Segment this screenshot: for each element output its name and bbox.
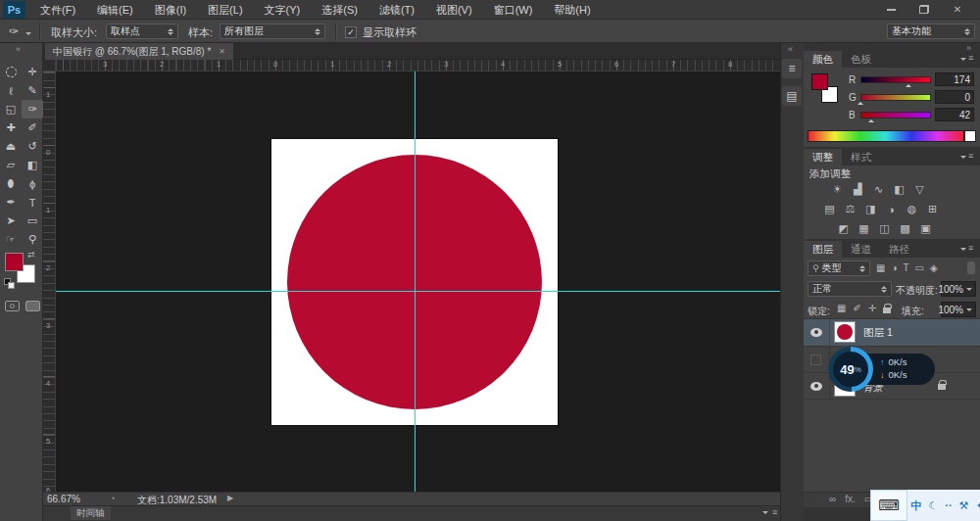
color-spectrum-ramp[interactable]	[808, 130, 964, 142]
restore-button[interactable]	[907, 0, 941, 19]
tab-color[interactable]: 颜色	[804, 51, 842, 68]
filter-smart-objects-icon[interactable]: ◈	[930, 262, 938, 273]
guide-vertical[interactable]	[415, 71, 416, 492]
history-brush-tool[interactable]: ↺	[22, 137, 43, 156]
layers-panel-menu-icon[interactable]	[960, 248, 966, 251]
link-layers-icon[interactable]: ∞	[829, 494, 836, 504]
workspace-dropdown[interactable]: 基本功能	[887, 24, 975, 39]
menu-window[interactable]: 窗口(W)	[483, 0, 544, 20]
crop-tool[interactable]: ◱	[0, 100, 22, 118]
channel-r-thumb[interactable]	[906, 84, 911, 87]
adjustments-panel-menu-icon[interactable]	[960, 156, 966, 159]
layer1-name[interactable]: 图层 1	[863, 326, 893, 340]
rectangle-tool[interactable]: ▭	[22, 212, 43, 230]
brightness-contrast-icon[interactable]: ☀	[829, 182, 846, 197]
adjustments-panel-menu-lines-icon[interactable]: ≡	[968, 151, 973, 161]
posterize-icon[interactable]: ▦	[856, 221, 872, 236]
ruler-corner[interactable]	[43, 60, 56, 71]
black-white-icon[interactable]: ◨	[862, 202, 879, 216]
layer-row-layer1[interactable]: 图层 1	[804, 319, 980, 346]
photo-filter-icon[interactable]: ◑	[883, 202, 900, 216]
timeline-menu-arrow-icon[interactable]	[762, 511, 768, 514]
exposure-icon[interactable]: ◧	[891, 182, 907, 197]
channel-b-thumb[interactable]	[868, 119, 874, 122]
layer1-thumbnail[interactable]	[834, 321, 856, 343]
vibrance-icon[interactable]: ▽	[911, 182, 928, 197]
path-selection-tool[interactable]: ➤	[0, 212, 22, 230]
move-tool[interactable]: ✛	[22, 63, 43, 81]
eyedropper-options-icon[interactable]: ✑	[9, 24, 19, 38]
clipped-tray-icon[interactable]: ✦	[975, 499, 980, 512]
tab-timeline[interactable]: 时间轴	[71, 506, 111, 520]
more-dots-icon[interactable]: ··	[945, 499, 952, 511]
menu-filter[interactable]: 滤镜(T)	[368, 0, 425, 20]
curves-icon[interactable]: ∿	[870, 182, 887, 197]
spectrum-white-swatch[interactable]	[964, 130, 976, 142]
sample-dropdown[interactable]: 所有图层	[220, 24, 325, 39]
quick-mask-button[interactable]	[5, 301, 20, 311]
lock-position-icon[interactable]: ✛	[868, 303, 876, 313]
elliptical-marquee-tool[interactable]	[0, 63, 22, 81]
quick-selection-tool[interactable]: ✎	[22, 81, 43, 100]
close-button[interactable]: ✕	[941, 0, 974, 19]
wrench-icon[interactable]: ⚒	[959, 499, 969, 512]
hue-saturation-icon[interactable]: ▤	[821, 202, 838, 216]
lock-image-pixels-icon[interactable]: ✐	[853, 303, 860, 313]
minimize-button[interactable]	[874, 0, 907, 19]
channel-b-value[interactable]: 42	[935, 108, 974, 121]
tab-layers[interactable]: 图层	[804, 241, 842, 258]
tab-channels[interactable]: 通道	[842, 241, 880, 258]
hidden-layer-visibility-box[interactable]	[810, 355, 821, 365]
menu-help[interactable]: 帮助(H)	[543, 0, 601, 20]
blur-tool[interactable]: ⬮	[0, 174, 22, 193]
channel-g-thumb[interactable]	[858, 102, 863, 105]
color-panel-menu-icon[interactable]	[960, 58, 966, 61]
tab-paths[interactable]: 路径	[880, 241, 918, 258]
layer-filter-type-dropdown[interactable]: ⚲类型	[808, 260, 870, 276]
selective-color-icon[interactable]: ▣	[917, 221, 934, 236]
channel-r-slider[interactable]	[860, 76, 931, 83]
ime-indicator[interactable]: 中	[910, 498, 921, 513]
foreground-color-swatch[interactable]	[5, 253, 24, 271]
sample-size-dropdown[interactable]: 取样点	[106, 24, 178, 39]
tool-preset-arrow-icon[interactable]	[25, 32, 31, 35]
zoom-tool[interactable]: ⚲	[22, 230, 43, 249]
opacity-field[interactable]: 100%	[941, 281, 976, 297]
spot-healing-brush-tool[interactable]: ✚	[0, 118, 22, 137]
threshold-icon[interactable]: ◫	[876, 221, 893, 236]
screen-mode-button[interactable]	[25, 301, 40, 311]
lasso-tool[interactable]: ℓ	[0, 81, 22, 100]
fill-field[interactable]: 100%	[941, 302, 976, 317]
filter-shape-layers-icon[interactable]: ▭	[915, 262, 924, 273]
menu-image[interactable]: 图像(I)	[144, 0, 197, 20]
color-balance-icon[interactable]: ⚖	[842, 202, 858, 216]
hand-tool[interactable]: ☞	[0, 230, 22, 249]
layer-style-fx-icon[interactable]: fx.	[845, 494, 856, 504]
layers-panel-menu-lines-icon[interactable]: ≡	[968, 243, 973, 253]
gradient-tool[interactable]: ◧	[22, 156, 43, 174]
timeline-menu-icon[interactable]: ≡	[772, 507, 777, 517]
moon-icon[interactable]: ☾	[928, 499, 938, 512]
layer1-visibility-eye-icon[interactable]	[810, 328, 822, 337]
document-tab[interactable]: 中国银行 @ 66.7%(图层 1, RGB/8) * ✕	[45, 43, 233, 60]
pen-tool[interactable]: ✒	[0, 193, 22, 212]
swap-colors-icon[interactable]: ⇄	[27, 250, 35, 260]
toolbar-collapse-icon[interactable]: «	[16, 44, 21, 54]
touch-keyboard-button[interactable]: ⌨	[870, 490, 907, 521]
eyedropper-tool[interactable]: ✑	[22, 100, 43, 118]
tab-styles[interactable]: 样式	[842, 149, 880, 166]
filter-pixel-layers-icon[interactable]: ▦	[876, 262, 885, 273]
color-fg-swatch[interactable]	[811, 73, 828, 90]
menu-type[interactable]: 文字(Y)	[254, 0, 312, 20]
menu-file[interactable]: 文件(F)	[29, 0, 86, 20]
channel-r-value[interactable]: 174	[935, 72, 974, 86]
color-lookup-icon[interactable]: ⊞	[924, 202, 941, 216]
dock-strip-collapse-icon[interactable]: «	[788, 44, 793, 54]
guide-horizontal[interactable]	[56, 291, 780, 292]
collapsed-panel-info-icon[interactable]: ▤	[782, 86, 802, 106]
filter-type-layers-icon[interactable]: T	[904, 262, 909, 273]
ruler-horizontal[interactable]: 3 2 1 0 1 2 3 4 5 6 7 8	[56, 60, 780, 71]
tab-adjustments[interactable]: 调整	[804, 149, 842, 166]
tab-close-icon[interactable]: ✕	[219, 47, 225, 56]
clone-stamp-tool[interactable]: ⏏	[0, 137, 22, 156]
